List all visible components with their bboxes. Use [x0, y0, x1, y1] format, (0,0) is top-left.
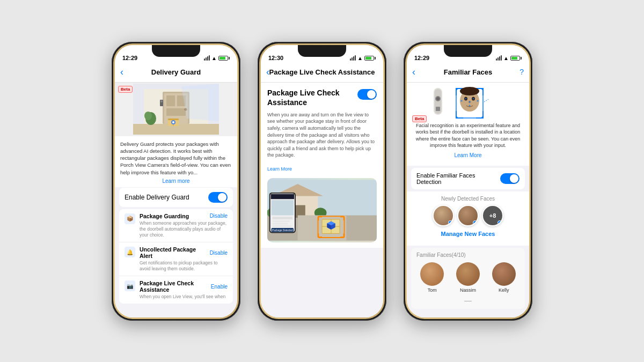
feature-header-1: Package Guarding Disable — [140, 213, 228, 219]
learn-more-1[interactable]: Learn more — [120, 178, 232, 184]
hero-image-1: Beta — [115, 83, 237, 136]
signal-icon-2 — [350, 55, 356, 61]
time-2: 12:30 — [268, 55, 283, 61]
new-face-2[interactable] — [457, 205, 479, 226]
familiar-faces-title: Familiar Faces(4/10) — [416, 252, 519, 258]
doorbell-svg — [429, 88, 447, 120]
feature-desc-1: When someone approaches your package, th… — [140, 220, 228, 238]
ff-beta-area: Beta — [412, 86, 447, 122]
tom-name: Tom — [428, 287, 437, 293]
enable-delivery-guard-row: Enable Delivery Guard — [119, 188, 233, 207]
svg-rect-53 — [272, 225, 291, 227]
svg-rect-50 — [272, 217, 292, 219]
phone-3: 12:29 ▲ — [404, 42, 532, 321]
plca-toggle[interactable] — [357, 89, 377, 100]
feature-action-3[interactable]: Enable — [211, 284, 228, 290]
notch-2 — [298, 45, 346, 57]
feature-action-2[interactable]: Disable — [210, 250, 228, 256]
feature-desc-2: Get notifications to pickup packages to … — [140, 260, 228, 272]
svg-point-11 — [160, 100, 163, 102]
svg-point-67 — [465, 98, 466, 99]
svg-rect-5 — [166, 95, 175, 106]
svg-point-69 — [469, 101, 470, 102]
uncollected-alert-icon: 🔔 — [125, 247, 135, 257]
svg-rect-60 — [436, 107, 440, 111]
newly-detected-title: Newly Detected Faces — [412, 196, 524, 202]
svg-line-73 — [484, 99, 488, 102]
svg-point-14 — [144, 112, 152, 120]
notch-1 — [152, 45, 200, 57]
ff-toggle[interactable] — [500, 173, 519, 184]
back-button-1[interactable]: ‹ — [120, 67, 123, 78]
phone-2-wrapper: 12:30 ▲ — [258, 42, 386, 321]
feature-item-uncollected[interactable]: 🔔 Uncollected Package Alert Disable Get … — [119, 242, 233, 276]
svg-point-72 — [477, 100, 478, 101]
familiar-face-kelly[interactable]: Kelly — [492, 262, 516, 293]
face-dot-1 — [448, 220, 452, 225]
ff-top-row: Beta — [412, 86, 524, 122]
feature-content-3: Package Live Check Assistance Enable Whe… — [140, 280, 228, 300]
toggle-label-1: Enable Delivery Guard — [125, 194, 189, 201]
nav-title-1: Delivery Guard — [151, 68, 201, 76]
newly-detected-faces-row: +8 — [412, 205, 524, 226]
feature-action-1[interactable]: Disable — [210, 213, 228, 219]
package-guarding-icon: 📦 — [125, 213, 135, 224]
driveway-scene: Package Detected — [267, 178, 377, 242]
plca-learn-more[interactable]: Learn More — [267, 166, 292, 172]
nav-title-3: Familiar Faces — [444, 68, 492, 76]
feature-item-live-check[interactable]: 📷 Package Live Check Assistance Enable W… — [119, 276, 233, 304]
familiar-face-nassim[interactable]: Nassim — [456, 262, 480, 293]
ff-toggle-row: Enable Familiar Faces Detection — [411, 168, 525, 189]
screen-content-2: Package Live Check Assistance When you a… — [261, 83, 383, 317]
beta-badge-1: Beta — [118, 86, 133, 93]
nav-bar-1: ‹ Delivery Guard — [115, 63, 237, 83]
delivery-guard-toggle[interactable] — [208, 192, 228, 203]
phone-3-wrapper: 12:29 ▲ — [404, 42, 532, 321]
ff-description: Facial recognition is an experimental fe… — [412, 122, 524, 149]
svg-point-71 — [460, 100, 462, 101]
svg-text:Package Detected: Package Detected — [272, 229, 293, 232]
svg-point-19 — [172, 121, 174, 123]
newly-detected-section: Newly Detected Faces +8 — [407, 191, 529, 246]
plca-title: Package Live Check Assistance — [267, 88, 357, 107]
feature-header-3: Package Live Check Assistance Enable — [140, 280, 228, 293]
door-illustration — [133, 84, 219, 135]
live-check-icon: 📷 — [125, 280, 135, 291]
back-button-3[interactable]: ‹ — [412, 67, 415, 78]
nassim-avatar — [456, 262, 480, 286]
time-1: 12:29 — [122, 55, 137, 61]
description-section-1: Delivery Guard protects your packages wi… — [115, 136, 237, 187]
plca-main-content: Package Live Check Assistance When you a… — [261, 83, 383, 248]
familiar-faces-row: Tom Nassim Kelly — [416, 262, 519, 293]
ff-learn-more[interactable]: Learn More — [412, 152, 524, 158]
face-dot-more — [497, 220, 502, 225]
battery-icon-3 — [510, 56, 522, 61]
feature-content-2: Uncollected Package Alert Disable Get no… — [140, 246, 228, 272]
feature-name-1: Package Guarding — [140, 213, 189, 219]
new-face-1[interactable] — [433, 205, 454, 226]
plca-header: Package Live Check Assistance — [267, 88, 377, 107]
kelly-avatar — [492, 262, 516, 286]
svg-point-66 — [460, 87, 479, 95]
svg-rect-51 — [272, 220, 290, 222]
phone-2: 12:30 ▲ — [258, 42, 386, 321]
tom-avatar — [420, 262, 444, 286]
feature-list-1: 📦 Package Guarding Disable When someone … — [119, 209, 233, 304]
wifi-icon-1: ▲ — [211, 55, 217, 61]
wifi-icon-3: ▲ — [503, 55, 509, 61]
svg-point-68 — [472, 98, 474, 99]
feature-item-package-guarding[interactable]: 📦 Package Guarding Disable When someone … — [119, 209, 233, 242]
familiar-face-tom[interactable]: Tom — [420, 262, 444, 293]
help-button-3[interactable]: ? — [519, 68, 524, 76]
battery-icon-2 — [364, 56, 376, 61]
notch-3 — [444, 45, 492, 57]
svg-point-70 — [469, 105, 470, 106]
manage-faces-link[interactable]: Manage New Faces — [412, 231, 524, 237]
new-face-more[interactable]: +8 — [482, 205, 503, 226]
svg-rect-7 — [166, 108, 186, 116]
back-button-2[interactable]: ‹ — [266, 67, 269, 78]
kelly-name: Kelly — [499, 287, 509, 293]
more-count: +8 — [489, 212, 496, 219]
feature-name-2: Uncollected Package Alert — [140, 246, 210, 259]
battery-icon-1 — [218, 56, 230, 61]
